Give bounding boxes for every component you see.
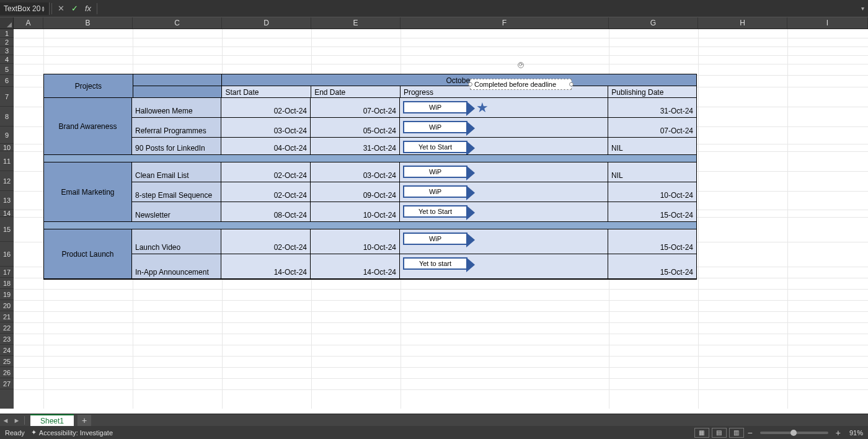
row-header[interactable]: 23 bbox=[0, 334, 14, 345]
tab-next-icon[interactable]: ► bbox=[11, 417, 22, 424]
row-header[interactable]: 1 bbox=[0, 29, 14, 38]
start-date-cell[interactable]: 02-Oct-24 bbox=[221, 229, 311, 254]
progress-tag[interactable]: WiP bbox=[403, 101, 467, 113]
start-date-cell[interactable]: 02-Oct-24 bbox=[221, 182, 311, 202]
publishing-date-cell[interactable]: NIL bbox=[608, 162, 696, 182]
row-header[interactable]: 25 bbox=[0, 356, 14, 367]
progress-tag[interactable]: WiP bbox=[403, 166, 467, 178]
task-cell[interactable]: Referral Programmes bbox=[132, 118, 221, 138]
progress-cell[interactable]: Yet to Start bbox=[400, 202, 608, 222]
cancel-icon[interactable]: ✕ bbox=[54, 4, 68, 13]
row-header[interactable]: 21 bbox=[0, 311, 14, 322]
end-date-cell[interactable]: 09-Oct-24 bbox=[311, 182, 400, 202]
row-header[interactable]: 22 bbox=[0, 322, 14, 334]
end-date-cell[interactable]: 10-Oct-24 bbox=[311, 229, 400, 254]
task-cell[interactable]: 8-step Email Sequence bbox=[132, 182, 221, 202]
end-date-cell[interactable]: 05-Oct-24 bbox=[311, 118, 400, 138]
row-header[interactable]: 24 bbox=[0, 345, 14, 356]
row-header[interactable]: 6 bbox=[0, 75, 14, 87]
task-cell[interactable]: Newsletter bbox=[132, 202, 221, 222]
col-header[interactable]: B bbox=[43, 17, 133, 29]
confirm-icon[interactable]: ✓ bbox=[68, 4, 81, 13]
end-date-cell[interactable]: 03-Oct-24 bbox=[311, 162, 400, 182]
col-header[interactable]: D bbox=[222, 17, 311, 29]
progress-cell[interactable]: Yet to Start bbox=[400, 138, 608, 155]
progress-cell[interactable]: WiP★ bbox=[400, 98, 608, 118]
row-header[interactable]: 11 bbox=[0, 151, 14, 171]
row-header[interactable]: 17 bbox=[0, 267, 14, 278]
view-normal-icon[interactable]: ▦ bbox=[694, 428, 709, 438]
col-header[interactable]: F bbox=[401, 17, 609, 29]
zoom-level[interactable]: 91% bbox=[849, 429, 863, 437]
fx-icon[interactable]: fx bbox=[81, 4, 95, 13]
add-sheet-button[interactable]: + bbox=[78, 415, 91, 426]
textbox-completed-note[interactable]: Completed before deadline ⟳ bbox=[470, 79, 572, 90]
end-date-cell[interactable]: 31-Oct-24 bbox=[311, 138, 400, 155]
grid[interactable]: Projects October Start Date End Date Pro… bbox=[14, 29, 868, 409]
publishing-date-cell[interactable]: 07-Oct-24 bbox=[608, 118, 696, 138]
view-pagebreak-icon[interactable]: ▥ bbox=[729, 428, 744, 438]
view-pagelayout-icon[interactable]: ▤ bbox=[712, 428, 727, 438]
zoom-thumb[interactable] bbox=[790, 430, 797, 436]
task-cell[interactable]: 90 Posts for LinkedIn bbox=[132, 138, 221, 155]
task-cell[interactable]: Clean Email List bbox=[132, 162, 221, 182]
publishing-date-cell[interactable]: 15-Oct-24 bbox=[608, 202, 696, 222]
row-header[interactable]: 10 bbox=[0, 144, 14, 151]
task-cell[interactable]: Launch Video bbox=[132, 229, 221, 254]
select-all-corner[interactable] bbox=[0, 17, 14, 29]
progress-cell[interactable]: WiP bbox=[400, 182, 608, 202]
publishing-date-cell[interactable]: 15-Oct-24 bbox=[608, 254, 696, 279]
status-accessibility[interactable]: Accessibility: Investigate bbox=[39, 429, 113, 437]
name-box-spinner-icon[interactable]: ▲▼ bbox=[41, 6, 45, 12]
start-date-cell[interactable]: 02-Oct-24 bbox=[221, 98, 311, 118]
name-box[interactable]: TextBox 20 ▲▼ bbox=[0, 2, 50, 15]
progress-tag[interactable]: Yet to Start bbox=[403, 141, 467, 153]
progress-tag[interactable]: Yet to start bbox=[403, 257, 467, 270]
task-cell[interactable]: In-App Announcement bbox=[132, 254, 221, 279]
start-date-cell[interactable]: 08-Oct-24 bbox=[221, 202, 311, 222]
start-date-cell[interactable]: 03-Oct-24 bbox=[221, 118, 311, 138]
row-header[interactable]: 12 bbox=[0, 171, 14, 191]
row-header[interactable]: 5 bbox=[0, 64, 14, 75]
progress-tag[interactable]: WiP bbox=[403, 121, 467, 133]
row-header[interactable]: 4 bbox=[0, 55, 14, 64]
row-header[interactable]: 15 bbox=[0, 217, 14, 242]
zoom-slider[interactable] bbox=[760, 432, 828, 434]
zoom-in-button[interactable]: + bbox=[833, 428, 843, 438]
zoom-out-button[interactable]: − bbox=[745, 428, 755, 438]
resize-handle-w[interactable] bbox=[468, 82, 472, 87]
progress-tag[interactable]: WiP bbox=[403, 185, 467, 198]
progress-cell[interactable]: WiP bbox=[400, 162, 608, 182]
row-header[interactable]: 19 bbox=[0, 289, 14, 300]
row-header[interactable]: 9 bbox=[0, 126, 14, 144]
col-header[interactable]: E bbox=[311, 17, 401, 29]
publishing-date-cell[interactable]: 15-Oct-24 bbox=[608, 229, 696, 254]
row-header[interactable]: 8 bbox=[0, 107, 14, 126]
row-header[interactable]: 3 bbox=[0, 47, 14, 55]
row-header[interactable]: 13 bbox=[0, 191, 14, 210]
progress-tag[interactable]: Yet to Start bbox=[403, 205, 467, 218]
resize-handle-e[interactable] bbox=[569, 82, 574, 87]
publishing-date-cell[interactable]: 10-Oct-24 bbox=[608, 182, 696, 202]
start-date-cell[interactable]: 02-Oct-24 bbox=[221, 162, 311, 182]
sheet-tab[interactable]: Sheet1 bbox=[30, 414, 74, 427]
col-header[interactable]: C bbox=[133, 17, 222, 29]
publishing-date-cell[interactable]: 31-Oct-24 bbox=[608, 98, 696, 118]
col-header[interactable]: A bbox=[14, 17, 43, 29]
row-header[interactable]: 27 bbox=[0, 378, 14, 389]
col-header[interactable]: H bbox=[698, 17, 787, 29]
tab-prev-icon[interactable]: ◄ bbox=[0, 417, 11, 424]
col-header[interactable]: I bbox=[787, 17, 868, 29]
progress-tag[interactable]: WiP bbox=[403, 233, 467, 245]
col-header[interactable]: G bbox=[609, 17, 698, 29]
row-header[interactable]: 18 bbox=[0, 278, 14, 289]
accessibility-icon[interactable]: ✦ bbox=[31, 428, 37, 437]
progress-cell[interactable]: WiP bbox=[400, 118, 608, 138]
row-header[interactable]: 20 bbox=[0, 300, 14, 311]
progress-cell[interactable]: WiP bbox=[400, 229, 608, 254]
progress-cell[interactable]: Yet to start bbox=[400, 254, 608, 279]
formula-input[interactable] bbox=[99, 0, 857, 17]
end-date-cell[interactable]: 14-Oct-24 bbox=[311, 254, 400, 279]
rotate-handle[interactable]: ⟳ bbox=[518, 62, 524, 68]
task-cell[interactable]: Halloween Meme bbox=[132, 98, 221, 118]
